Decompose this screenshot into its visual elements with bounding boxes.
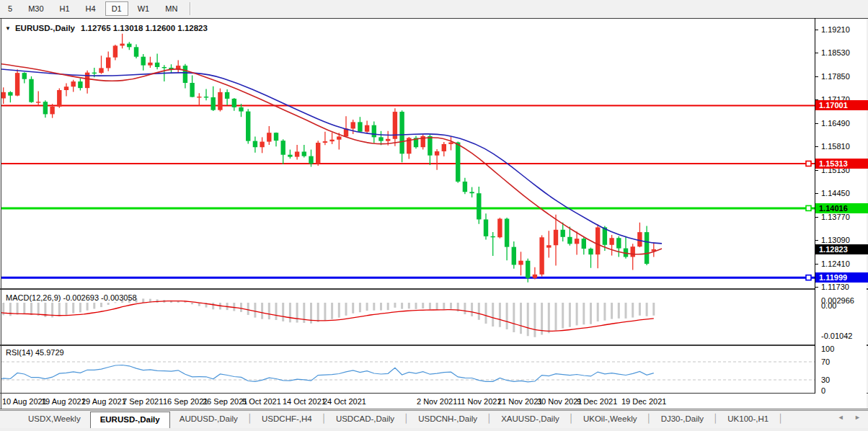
macd-histogram-bar: [506, 303, 508, 329]
candle-body: [484, 219, 488, 236]
chart-collapse-icon[interactable]: ▼: [5, 25, 11, 32]
macd-histogram-bar: [72, 303, 74, 314]
window-bottom-strip: [0, 428, 868, 431]
time-axis-label: 26 Sep 2021: [203, 397, 247, 406]
price-axis-tick: [815, 217, 818, 218]
time-axis-label: 30 Nov 2021: [537, 397, 582, 406]
rsi-canvas[interactable]: [1, 346, 815, 393]
macd-histogram-bar: [569, 303, 571, 327]
timeframe-button-w1[interactable]: W1: [131, 1, 156, 16]
macd-indicator-label: MACD(12,26,9) -0.002693 -0.003058: [6, 293, 137, 302]
macd-histogram-bar: [23, 303, 25, 314]
tab-usdchf-h4[interactable]: USDCHF-,H4: [252, 411, 322, 428]
candle-body: [309, 156, 313, 164]
tab-scroll-arrows: ◄ ►: [829, 414, 861, 421]
candle-body: [183, 66, 187, 83]
tab-divider: │: [713, 411, 718, 428]
candle-body: [1, 92, 6, 99]
chart-tabs: USDX,WeeklyEURUSD-,DailyAUDUSD-,Daily│US…: [0, 411, 783, 428]
timeframe-button-d1[interactable]: D1: [105, 1, 128, 16]
tab-audusd-daily[interactable]: AUDUSD-,Daily: [170, 411, 247, 428]
time-axis-label: 5 Oct 2021: [242, 397, 281, 406]
tabs-scroll-left-icon[interactable]: ◄: [838, 414, 844, 421]
macd-histogram-bar: [30, 303, 32, 315]
macd-histogram-bar: [79, 303, 81, 312]
candle-body: [609, 238, 614, 245]
price-axis-tick: [815, 170, 818, 171]
macd-histogram-bar: [275, 303, 278, 320]
macd-histogram-bar: [191, 303, 193, 304]
macd-histogram-bar: [247, 303, 249, 315]
macd-histogram-bar: [533, 303, 536, 337]
main-chart-canvas[interactable]: [1, 19, 815, 288]
macd-histogram-bar: [548, 303, 550, 333]
candle-body: [316, 143, 320, 164]
macd-histogram-bar: [317, 303, 319, 322]
candle-body: [358, 122, 362, 131]
chart-tabs-bar: USDX,WeeklyEURUSD-,DailyAUDUSD-,Daily│US…: [0, 410, 868, 428]
candle-body: [288, 155, 292, 157]
macd-histogram-bar: [415, 303, 417, 309]
tab-eurusd-daily[interactable]: EURUSD-,Daily: [90, 412, 170, 428]
timeframe-button-5[interactable]: 5: [1, 1, 19, 16]
macd-histogram-bar: [268, 303, 270, 319]
macd-histogram-bar: [58, 303, 61, 316]
candle-body: [561, 230, 565, 237]
candle-body: [351, 122, 355, 128]
timeframe-button-h1[interactable]: H1: [53, 1, 76, 16]
candle-body: [232, 99, 236, 107]
candle-body: [253, 141, 257, 148]
macd-histogram-bar: [212, 303, 214, 309]
candle-body: [575, 239, 579, 244]
macd-histogram-bar: [338, 303, 340, 318]
candle-body: [92, 73, 97, 74]
macd-histogram-bar: [485, 303, 487, 324]
timeframe-toolbar: 5M30H1H4D1W1MN: [0, 0, 868, 17]
candle-body: [85, 73, 89, 88]
chart-ohlc-values: 1.12765 1.13018 1.12600 1.12823: [81, 24, 208, 32]
candle-body: [8, 92, 12, 96]
tab-usdcad-daily[interactable]: USDCAD-,Daily: [327, 411, 404, 428]
candle-body: [329, 140, 334, 141]
indicator-axis-label: 0.00: [821, 301, 836, 310]
level-line-handle[interactable]: [806, 205, 811, 210]
macd-histogram-bar: [639, 303, 641, 316]
level-line-handle[interactable]: [806, 275, 811, 280]
tab-usdx-weekly[interactable]: USDX,Weekly: [19, 411, 90, 428]
candle-body: [435, 151, 439, 156]
price-tag-1.14016: 1.14016: [815, 203, 868, 213]
price-tag-1.11999: 1.11999: [815, 272, 868, 283]
tab-uk100-h1[interactable]: UK100-,H1: [718, 411, 778, 428]
time-axis-label: 29 Aug 2021: [81, 397, 126, 406]
candle-body: [78, 81, 82, 88]
ma-blue-line: [1, 68, 662, 244]
chart-title: ▼EURUSD-,Daily1.12765 1.13018 1.12600 1.…: [5, 24, 208, 32]
level-line-handle[interactable]: [806, 161, 811, 166]
timeframe-button-m30[interactable]: M30: [22, 1, 50, 16]
tab-ukoil-weekly[interactable]: UKOil-,Weekly: [574, 411, 647, 428]
candle-body: [15, 73, 19, 95]
candle-body: [456, 143, 460, 182]
tab-usdcnh-daily[interactable]: USDCNH-,Daily: [409, 411, 487, 428]
time-axis-label: 19 Aug 2021: [41, 397, 86, 406]
candle-body: [155, 63, 159, 67]
macd-histogram-bar: [471, 303, 473, 316]
macd-histogram-bar: [359, 303, 361, 312]
candle-body: [302, 151, 306, 156]
candle-body: [106, 58, 110, 68]
candle-body: [50, 107, 54, 114]
macd-histogram-bar: [345, 303, 347, 316]
tabs-scroll-right-icon[interactable]: ►: [854, 414, 861, 421]
candle-body: [372, 125, 376, 138]
tab-xauusd-daily[interactable]: XAUUSD-,Daily: [492, 411, 569, 428]
candle-body: [546, 245, 551, 247]
timeframe-buttons: 5M30H1H4D1W1MN: [0, 1, 185, 16]
timeframe-button-h4[interactable]: H4: [79, 1, 102, 16]
macd-histogram-bar: [652, 303, 655, 316]
tab-dj30-daily[interactable]: DJ30-,Daily: [652, 411, 713, 428]
price-axis-label: 1.19210: [821, 25, 850, 34]
time-axis-label: 10 Aug 2021: [2, 397, 47, 406]
macd-histogram-bar: [394, 303, 396, 308]
candle-body: [337, 136, 341, 139]
timeframe-button-mn[interactable]: MN: [159, 1, 184, 16]
